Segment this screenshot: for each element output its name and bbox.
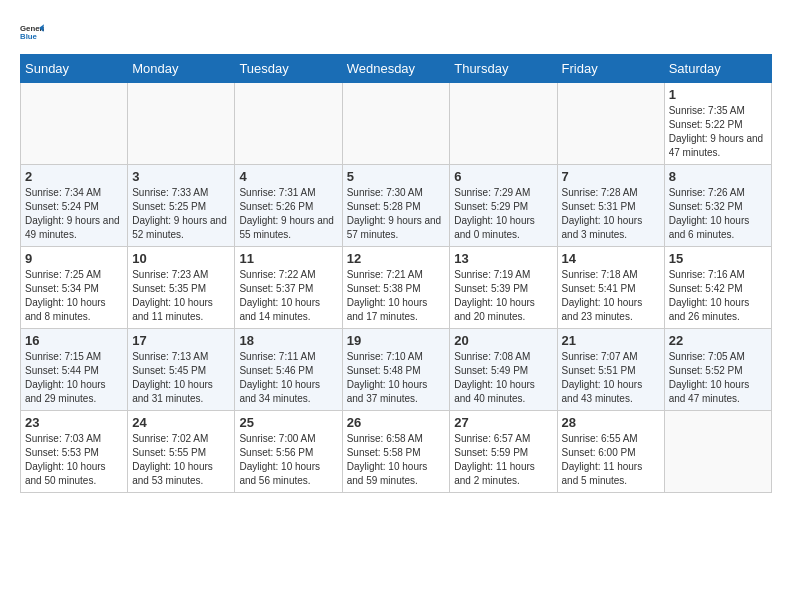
day-info: Sunrise: 7:08 AM Sunset: 5:49 PM Dayligh… xyxy=(454,350,552,406)
day-number: 17 xyxy=(132,333,230,348)
week-row-4: 16Sunrise: 7:15 AM Sunset: 5:44 PM Dayli… xyxy=(21,329,772,411)
day-cell: 18Sunrise: 7:11 AM Sunset: 5:46 PM Dayli… xyxy=(235,329,342,411)
day-cell: 16Sunrise: 7:15 AM Sunset: 5:44 PM Dayli… xyxy=(21,329,128,411)
day-number: 20 xyxy=(454,333,552,348)
day-info: Sunrise: 7:05 AM Sunset: 5:52 PM Dayligh… xyxy=(669,350,767,406)
day-cell xyxy=(128,83,235,165)
day-info: Sunrise: 7:19 AM Sunset: 5:39 PM Dayligh… xyxy=(454,268,552,324)
day-number: 18 xyxy=(239,333,337,348)
day-number: 7 xyxy=(562,169,660,184)
week-row-3: 9Sunrise: 7:25 AM Sunset: 5:34 PM Daylig… xyxy=(21,247,772,329)
day-number: 14 xyxy=(562,251,660,266)
day-cell: 19Sunrise: 7:10 AM Sunset: 5:48 PM Dayli… xyxy=(342,329,450,411)
day-number: 3 xyxy=(132,169,230,184)
day-number: 16 xyxy=(25,333,123,348)
day-cell: 27Sunrise: 6:57 AM Sunset: 5:59 PM Dayli… xyxy=(450,411,557,493)
day-cell xyxy=(450,83,557,165)
day-number: 5 xyxy=(347,169,446,184)
day-cell: 2Sunrise: 7:34 AM Sunset: 5:24 PM Daylig… xyxy=(21,165,128,247)
day-info: Sunrise: 7:15 AM Sunset: 5:44 PM Dayligh… xyxy=(25,350,123,406)
day-cell: 12Sunrise: 7:21 AM Sunset: 5:38 PM Dayli… xyxy=(342,247,450,329)
day-number: 12 xyxy=(347,251,446,266)
day-number: 27 xyxy=(454,415,552,430)
day-number: 8 xyxy=(669,169,767,184)
day-info: Sunrise: 6:58 AM Sunset: 5:58 PM Dayligh… xyxy=(347,432,446,488)
day-cell: 10Sunrise: 7:23 AM Sunset: 5:35 PM Dayli… xyxy=(128,247,235,329)
week-row-2: 2Sunrise: 7:34 AM Sunset: 5:24 PM Daylig… xyxy=(21,165,772,247)
logo: General Blue xyxy=(20,20,44,44)
day-cell xyxy=(342,83,450,165)
day-number: 10 xyxy=(132,251,230,266)
week-row-1: 1Sunrise: 7:35 AM Sunset: 5:22 PM Daylig… xyxy=(21,83,772,165)
day-info: Sunrise: 7:00 AM Sunset: 5:56 PM Dayligh… xyxy=(239,432,337,488)
day-cell: 3Sunrise: 7:33 AM Sunset: 5:25 PM Daylig… xyxy=(128,165,235,247)
day-number: 28 xyxy=(562,415,660,430)
day-cell: 20Sunrise: 7:08 AM Sunset: 5:49 PM Dayli… xyxy=(450,329,557,411)
day-header-tuesday: Tuesday xyxy=(235,55,342,83)
day-info: Sunrise: 7:25 AM Sunset: 5:34 PM Dayligh… xyxy=(25,268,123,324)
day-cell: 25Sunrise: 7:00 AM Sunset: 5:56 PM Dayli… xyxy=(235,411,342,493)
day-cell: 26Sunrise: 6:58 AM Sunset: 5:58 PM Dayli… xyxy=(342,411,450,493)
day-headers: SundayMondayTuesdayWednesdayThursdayFrid… xyxy=(21,55,772,83)
day-info: Sunrise: 7:13 AM Sunset: 5:45 PM Dayligh… xyxy=(132,350,230,406)
day-number: 23 xyxy=(25,415,123,430)
day-cell xyxy=(664,411,771,493)
day-info: Sunrise: 7:11 AM Sunset: 5:46 PM Dayligh… xyxy=(239,350,337,406)
day-info: Sunrise: 7:33 AM Sunset: 5:25 PM Dayligh… xyxy=(132,186,230,242)
day-number: 9 xyxy=(25,251,123,266)
day-number: 2 xyxy=(25,169,123,184)
calendar: SundayMondayTuesdayWednesdayThursdayFrid… xyxy=(20,54,772,493)
day-cell: 21Sunrise: 7:07 AM Sunset: 5:51 PM Dayli… xyxy=(557,329,664,411)
svg-text:Blue: Blue xyxy=(20,32,38,41)
day-cell: 14Sunrise: 7:18 AM Sunset: 5:41 PM Dayli… xyxy=(557,247,664,329)
week-row-5: 23Sunrise: 7:03 AM Sunset: 5:53 PM Dayli… xyxy=(21,411,772,493)
day-cell: 13Sunrise: 7:19 AM Sunset: 5:39 PM Dayli… xyxy=(450,247,557,329)
day-info: Sunrise: 7:26 AM Sunset: 5:32 PM Dayligh… xyxy=(669,186,767,242)
day-number: 11 xyxy=(239,251,337,266)
day-cell: 6Sunrise: 7:29 AM Sunset: 5:29 PM Daylig… xyxy=(450,165,557,247)
day-cell xyxy=(21,83,128,165)
day-cell xyxy=(235,83,342,165)
day-info: Sunrise: 7:02 AM Sunset: 5:55 PM Dayligh… xyxy=(132,432,230,488)
day-cell: 15Sunrise: 7:16 AM Sunset: 5:42 PM Dayli… xyxy=(664,247,771,329)
day-info: Sunrise: 7:29 AM Sunset: 5:29 PM Dayligh… xyxy=(454,186,552,242)
day-header-sunday: Sunday xyxy=(21,55,128,83)
day-number: 13 xyxy=(454,251,552,266)
day-info: Sunrise: 7:34 AM Sunset: 5:24 PM Dayligh… xyxy=(25,186,123,242)
day-cell: 5Sunrise: 7:30 AM Sunset: 5:28 PM Daylig… xyxy=(342,165,450,247)
day-cell: 1Sunrise: 7:35 AM Sunset: 5:22 PM Daylig… xyxy=(664,83,771,165)
day-info: Sunrise: 7:31 AM Sunset: 5:26 PM Dayligh… xyxy=(239,186,337,242)
day-header-monday: Monday xyxy=(128,55,235,83)
day-info: Sunrise: 6:57 AM Sunset: 5:59 PM Dayligh… xyxy=(454,432,552,488)
day-header-thursday: Thursday xyxy=(450,55,557,83)
day-info: Sunrise: 7:22 AM Sunset: 5:37 PM Dayligh… xyxy=(239,268,337,324)
day-header-saturday: Saturday xyxy=(664,55,771,83)
day-cell: 8Sunrise: 7:26 AM Sunset: 5:32 PM Daylig… xyxy=(664,165,771,247)
day-cell: 11Sunrise: 7:22 AM Sunset: 5:37 PM Dayli… xyxy=(235,247,342,329)
day-cell: 23Sunrise: 7:03 AM Sunset: 5:53 PM Dayli… xyxy=(21,411,128,493)
day-info: Sunrise: 7:23 AM Sunset: 5:35 PM Dayligh… xyxy=(132,268,230,324)
day-cell: 17Sunrise: 7:13 AM Sunset: 5:45 PM Dayli… xyxy=(128,329,235,411)
day-info: Sunrise: 7:30 AM Sunset: 5:28 PM Dayligh… xyxy=(347,186,446,242)
day-cell: 22Sunrise: 7:05 AM Sunset: 5:52 PM Dayli… xyxy=(664,329,771,411)
day-number: 6 xyxy=(454,169,552,184)
day-number: 19 xyxy=(347,333,446,348)
day-number: 21 xyxy=(562,333,660,348)
day-info: Sunrise: 7:28 AM Sunset: 5:31 PM Dayligh… xyxy=(562,186,660,242)
day-info: Sunrise: 7:35 AM Sunset: 5:22 PM Dayligh… xyxy=(669,104,767,160)
logo-icon: General Blue xyxy=(20,20,44,44)
day-info: Sunrise: 7:16 AM Sunset: 5:42 PM Dayligh… xyxy=(669,268,767,324)
day-number: 4 xyxy=(239,169,337,184)
day-cell: 9Sunrise: 7:25 AM Sunset: 5:34 PM Daylig… xyxy=(21,247,128,329)
day-info: Sunrise: 7:10 AM Sunset: 5:48 PM Dayligh… xyxy=(347,350,446,406)
day-cell: 28Sunrise: 6:55 AM Sunset: 6:00 PM Dayli… xyxy=(557,411,664,493)
day-number: 25 xyxy=(239,415,337,430)
day-cell: 7Sunrise: 7:28 AM Sunset: 5:31 PM Daylig… xyxy=(557,165,664,247)
day-info: Sunrise: 7:21 AM Sunset: 5:38 PM Dayligh… xyxy=(347,268,446,324)
day-header-wednesday: Wednesday xyxy=(342,55,450,83)
day-number: 1 xyxy=(669,87,767,102)
day-header-friday: Friday xyxy=(557,55,664,83)
day-cell xyxy=(557,83,664,165)
day-number: 15 xyxy=(669,251,767,266)
header: General Blue xyxy=(20,20,772,44)
